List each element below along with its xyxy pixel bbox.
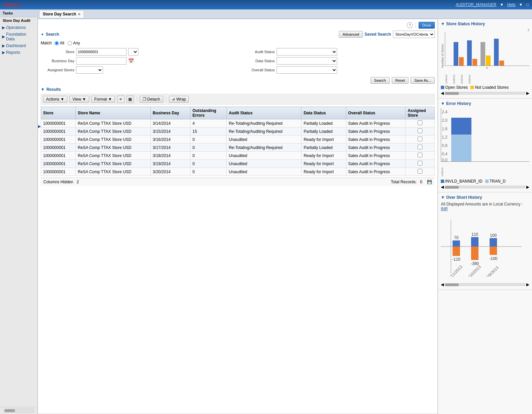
assigned-checkbox-6[interactable] xyxy=(418,169,422,174)
scrollbar-track[interactable] xyxy=(445,92,525,95)
legend-not-color xyxy=(470,86,474,89)
data-status-select[interactable] xyxy=(277,57,337,65)
help-icon-btn[interactable]: ? xyxy=(407,22,413,28)
freeze-icon-btn[interactable]: ⧧ xyxy=(117,96,125,103)
done-button[interactable]: Done xyxy=(419,22,435,29)
advanced-button[interactable]: Advanced xyxy=(339,31,363,38)
sidebar-item-foundation-data[interactable]: ▶ Foundation Data xyxy=(0,31,37,42)
cell-assigned[interactable] xyxy=(405,160,435,168)
save-as-button[interactable]: Save As... xyxy=(411,77,435,84)
tab-close-icon[interactable]: ✕ xyxy=(78,12,80,16)
any-radio-label[interactable]: Any xyxy=(68,41,80,45)
scroll-left-btn[interactable]: ◀ xyxy=(441,91,444,96)
os-scrollbar[interactable]: ◀ ▶ xyxy=(441,282,529,287)
over-short-section: ▼ Over Short History All Displayed Amoun… xyxy=(438,192,532,290)
table-row[interactable]: 1000000001 ReSA Comp TTAX Store USD 3/18… xyxy=(41,152,435,160)
error-scrollbar-track[interactable] xyxy=(445,186,525,188)
error-scroll-right[interactable]: ▶ xyxy=(526,185,529,189)
sidebar-scrollbar[interactable] xyxy=(4,409,34,413)
col-header-store-name[interactable]: Store Name xyxy=(75,107,150,119)
overall-status-select[interactable] xyxy=(277,66,337,74)
table-row[interactable]: 1000000001 ReSA Comp TTAX Store USD 3/19… xyxy=(41,160,435,168)
assigned-checkbox-1[interactable] xyxy=(418,128,422,133)
scroll-right-btn[interactable]: ▶ xyxy=(526,91,529,96)
legend-invld: INVLD_BANNER_ID xyxy=(441,179,483,184)
cell-assigned[interactable] xyxy=(405,119,435,127)
col-header-assigned-store[interactable]: AssignedStore xyxy=(405,107,435,119)
saved-search-select[interactable]: StoreDayVOCriteria xyxy=(393,31,435,38)
sidebar-item-store-day-audit[interactable]: Store Day Audit xyxy=(0,17,37,24)
x-label-4: 4/25/14 xyxy=(468,70,471,84)
export-icon[interactable]: 💾 xyxy=(427,180,432,184)
reset-button[interactable]: Reset xyxy=(392,77,409,84)
table-row[interactable]: 1000000001 ReSA Comp TTAX Store USD 3/16… xyxy=(41,136,435,144)
business-day-input[interactable] xyxy=(76,57,127,65)
any-radio[interactable] xyxy=(68,41,72,45)
assigned-checkbox-2[interactable] xyxy=(418,137,422,141)
all-radio-label[interactable]: All xyxy=(55,41,64,45)
assigned-checkbox-5[interactable] xyxy=(418,161,422,165)
table-row[interactable]: 1000000001 ReSA Comp TTAX Store USD 3/14… xyxy=(41,119,435,127)
os-scrollbar-track[interactable] xyxy=(445,283,525,286)
over-short-title[interactable]: ▼ Over Short History xyxy=(441,195,529,200)
table-row[interactable]: 1000000001 ReSA Comp TTAX Store USD 3/20… xyxy=(41,168,435,176)
cell-assigned[interactable] xyxy=(405,168,435,176)
actions-menu-btn[interactable]: Actions ▼ xyxy=(43,96,67,103)
col-header-data-status[interactable]: Data Status xyxy=(302,107,346,119)
calendar-icon[interactable]: 📅 xyxy=(128,58,134,64)
store-select[interactable] xyxy=(128,48,138,55)
top-bar-icon[interactable]: □ xyxy=(526,2,529,7)
col-header-overall-status[interactable]: Overall Status xyxy=(346,107,405,119)
legend-invld-color xyxy=(441,180,444,183)
sidebar-item-dashboard[interactable]: ▶ Dashboard xyxy=(0,42,37,49)
currency-link[interactable]: INR xyxy=(441,206,448,211)
wrap-btn[interactable]: ↲ Wrap xyxy=(169,96,189,103)
store-status-title[interactable]: ▼ Store Status History xyxy=(441,22,529,26)
results-toolbar: Actions ▼ View ▼ Format ▼ ⧧ ▦ ❐ xyxy=(41,94,435,105)
audit-status-select[interactable] xyxy=(277,48,337,55)
sidebar-item-reports[interactable]: ▶ Reports xyxy=(0,49,37,56)
assigned-checkbox-0[interactable] xyxy=(418,120,422,125)
detach-label: Detach xyxy=(147,97,160,102)
store-status-scrollbar[interactable]: ◀ ▶ xyxy=(441,91,529,96)
col-header-outstanding-errors[interactable]: OutstandingErrors xyxy=(190,107,226,119)
os-scroll-right[interactable]: ▶ xyxy=(526,282,529,287)
col-header-store[interactable]: Store xyxy=(41,107,76,119)
results-section-header[interactable]: ▼ Results xyxy=(41,87,435,92)
cell-data: Partially Loaded xyxy=(302,119,346,127)
detach-btn[interactable]: ❐ Detach xyxy=(140,96,163,103)
legend-not-label: Not Loaded Stores xyxy=(475,85,508,90)
cell-assigned[interactable] xyxy=(405,127,435,136)
col-header-audit-status[interactable]: Audit Status xyxy=(226,107,302,119)
col-header-business-day[interactable]: Business Day xyxy=(150,107,190,119)
sidebar-item-operations[interactable]: ▶ Operations xyxy=(0,24,37,31)
assigned-checkbox-4[interactable] xyxy=(418,153,422,157)
format-menu-btn[interactable]: Format ▼ xyxy=(91,96,115,103)
cell-assigned[interactable] xyxy=(405,136,435,144)
os-pos-bar-1 xyxy=(453,240,460,247)
os-scroll-left[interactable]: ◀ xyxy=(441,282,444,287)
assigned-checkbox-3[interactable] xyxy=(418,145,422,149)
all-radio[interactable] xyxy=(55,41,59,45)
cell-assigned[interactable] xyxy=(405,144,435,152)
cell-errors: 0 xyxy=(190,136,226,144)
cell-errors: 0 xyxy=(190,168,226,176)
any-label: Any xyxy=(73,41,80,45)
tab-store-day-search[interactable]: Store Day Search ✕ xyxy=(39,10,84,18)
user-menu[interactable]: AUDITOR_MANAGER xyxy=(456,2,496,7)
error-scroll-left[interactable]: ◀ xyxy=(441,185,444,189)
help-link[interactable]: Help xyxy=(507,2,516,7)
view-menu-btn[interactable]: View ▼ xyxy=(69,96,89,103)
cell-audit: Re-Totaling/Auditing Required xyxy=(226,144,302,152)
error-history-title[interactable]: ▼ Error History xyxy=(441,101,529,106)
store-input[interactable] xyxy=(76,48,127,55)
cell-assigned[interactable] xyxy=(405,152,435,160)
error-scrollbar[interactable]: ◀ ▶ xyxy=(441,185,529,189)
search-section-header[interactable]: ▼ Search Advanced Saved Search StoreDayV… xyxy=(41,31,435,38)
detach-icon-btn[interactable]: ▦ xyxy=(127,96,134,103)
table-scroll-container[interactable]: Store Store Name Business Day Outstandin… xyxy=(41,107,435,176)
table-row[interactable]: 1000000001 ReSA Comp TTAX Store USD 3/17… xyxy=(41,144,435,152)
search-button[interactable]: Search xyxy=(370,77,390,84)
table-row[interactable]: 1000000001 ReSA Comp TTAX Store USD 3/15… xyxy=(41,127,435,136)
assigned-stores-select[interactable] xyxy=(76,66,103,74)
